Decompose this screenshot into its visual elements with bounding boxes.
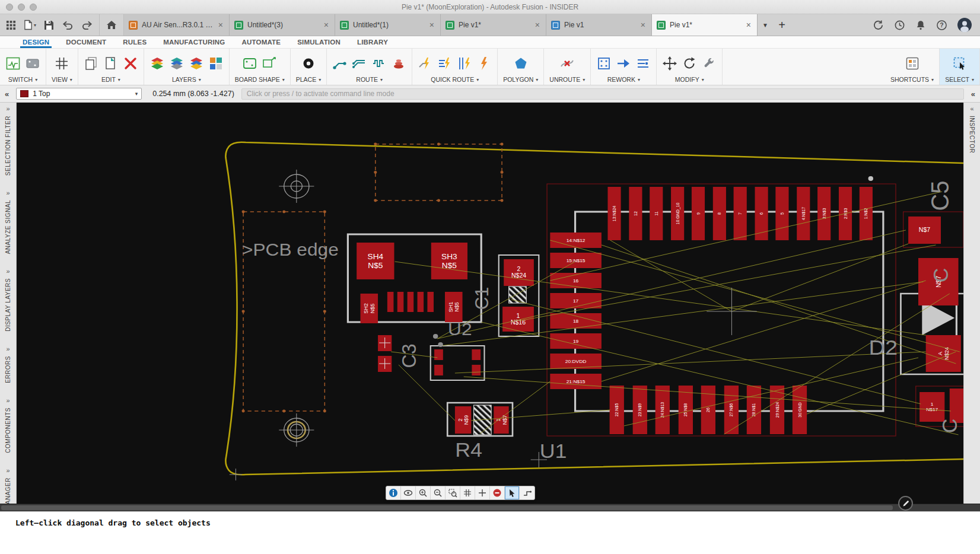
app-grid-icon[interactable] — [6, 20, 16, 30]
help-icon[interactable]: ? — [936, 20, 947, 31]
toolbar-group-view-label[interactable]: VIEW▾ — [52, 76, 72, 84]
tab-close-icon[interactable]: × — [217, 21, 224, 29]
grid-view-icon[interactable] — [54, 56, 69, 71]
move-icon[interactable] — [662, 56, 677, 71]
save-button[interactable] — [44, 20, 54, 30]
horizontal-scrollbar[interactable] — [0, 504, 980, 511]
paste-icon[interactable] — [103, 56, 119, 71]
rework-pad-icon[interactable] — [596, 56, 612, 71]
ribbon-tab-simulation[interactable]: SIMULATION — [289, 36, 349, 48]
layer-stack-icon[interactable] — [149, 56, 165, 71]
quick-route-net-icon[interactable] — [437, 56, 453, 71]
job-status-clock-icon[interactable] — [894, 20, 905, 31]
toolbar-group-layers-label[interactable]: LAYERS▾ — [172, 76, 201, 84]
panel-tab-errors[interactable]: » ERRORS — [5, 346, 11, 383]
tab-close-icon[interactable]: × — [745, 21, 752, 29]
layer-stack-colors-icon[interactable] — [189, 56, 204, 71]
new-tab-button[interactable]: + — [773, 14, 791, 36]
tab-close-icon[interactable]: × — [428, 21, 435, 29]
document-tab[interactable]: AU Air Sen...R3.0.1 v1* × — [124, 14, 230, 36]
window-minimize-button[interactable] — [18, 4, 25, 11]
pad-icon[interactable] — [301, 56, 316, 71]
home-icon[interactable] — [106, 20, 117, 30]
toolbar-group-board-shape-label[interactable]: BOARD SHAPE▾ — [235, 76, 285, 84]
schematic-view-icon[interactable] — [5, 56, 21, 71]
toolbar-group-modify-label[interactable]: MODIFY▾ — [675, 76, 704, 84]
route-manual-icon[interactable] — [332, 56, 348, 71]
tab-list-chevron-icon[interactable]: ▼ — [758, 14, 773, 36]
tab-close-icon[interactable]: × — [323, 21, 330, 29]
tab-close-icon[interactable]: × — [639, 21, 647, 29]
ribbon-tab-design[interactable]: DESIGN — [14, 36, 58, 48]
quick-route-group-icon[interactable] — [457, 56, 472, 71]
sync-icon[interactable] — [873, 20, 884, 31]
quick-route-icon[interactable] — [418, 56, 433, 71]
document-tab[interactable]: Pie v1* × — [441, 14, 546, 36]
pcb-editor-canvas[interactable]: SH4N$5SH3N$5SH2N$5SH1N$52N$241N$162N$91N… — [17, 103, 963, 504]
toolbar-group-shortcuts-label[interactable]: SHORTCUTS▾ — [890, 76, 934, 84]
ribbon-tab-rules[interactable]: RULES — [114, 36, 155, 48]
quick-route-all-icon[interactable] — [476, 56, 492, 71]
rework-trace-icon[interactable] — [635, 56, 651, 71]
document-tab-active[interactable]: Pie v1* × — [652, 14, 758, 36]
user-avatar[interactable] — [957, 18, 972, 32]
window-zoom-button[interactable] — [30, 4, 37, 11]
zoom-in-icon[interactable] — [416, 486, 431, 499]
document-tab[interactable]: Untitled*(3) × — [230, 14, 335, 36]
shortcuts-icon[interactable] — [905, 56, 920, 71]
file-menu-button[interactable]: ▾ — [24, 20, 36, 30]
bend-style-icon[interactable] — [520, 486, 534, 499]
rotate-icon[interactable] — [682, 56, 697, 71]
info-icon[interactable] — [386, 486, 401, 499]
polygon-icon[interactable] — [513, 56, 529, 71]
copy-icon[interactable] — [84, 56, 99, 71]
toolbar-group-edit-label[interactable]: EDIT▾ — [101, 76, 120, 84]
document-tab[interactable]: Pie v1 × — [546, 14, 652, 36]
board-3d-icon[interactable] — [25, 56, 40, 71]
route-diff-pair-icon[interactable] — [352, 56, 367, 71]
ribbon-tab-document[interactable]: DOCUMENT — [58, 36, 114, 48]
panel-tab-analyze-signal[interactable]: » ANALYZE SIGNAL — [5, 190, 11, 254]
panel-tab-selection-filter[interactable]: » SELECTION FILTER — [5, 106, 11, 176]
origin-icon[interactable] — [475, 486, 490, 499]
grid-icon[interactable] — [460, 486, 475, 499]
toolbar-group-rework-label[interactable]: REWORK▾ — [607, 76, 640, 84]
board-resize-icon[interactable] — [262, 56, 277, 71]
unroute-icon[interactable] — [559, 56, 575, 71]
ribbon-tab-library[interactable]: LIBRARY — [349, 36, 396, 48]
panel-tab-display-layers[interactable]: » DISPLAY LAYERS — [5, 268, 11, 332]
layer-setup-icon[interactable] — [208, 56, 224, 71]
toolbar-group-unroute-label[interactable]: UNROUTE▾ — [549, 76, 585, 84]
select-cursor-icon[interactable] — [505, 486, 520, 499]
panel-tab-components[interactable]: » COMPONENTS — [5, 397, 11, 453]
scrollbar-thumb[interactable] — [1, 505, 893, 510]
command-input[interactable] — [241, 88, 964, 100]
delete-icon[interactable] — [123, 56, 138, 71]
rework-direction-icon[interactable] — [616, 56, 631, 71]
toolbar-group-select-label[interactable]: SELECT▾ — [945, 76, 974, 84]
redo-button[interactable] — [81, 20, 93, 30]
collapse-left-icon[interactable]: « — [5, 90, 9, 98]
toolbar-group-quick-route-label[interactable]: QUICK ROUTE▾ — [431, 76, 479, 84]
layer-select[interactable]: 1 Top ▾ — [16, 88, 142, 100]
notifications-bell-icon[interactable] — [915, 20, 926, 31]
window-close-button[interactable] — [6, 4, 13, 11]
toolbar-group-place-label[interactable]: PLACE▾ — [296, 76, 321, 84]
wrench-icon[interactable] — [701, 56, 717, 71]
panel-tab-inspector[interactable]: « INSPECTOR — [969, 106, 975, 154]
tab-close-icon[interactable]: × — [534, 21, 541, 29]
panel-tab-design-manager[interactable]: » DESIGN MANAGER — [5, 467, 11, 504]
ribbon-tab-automate[interactable]: AUTOMATE — [234, 36, 289, 48]
visibility-icon[interactable] — [401, 486, 416, 499]
select-icon[interactable] — [952, 56, 968, 71]
board-outline-icon[interactable] — [242, 56, 257, 71]
toolbar-group-switch-label[interactable]: SWITCH▾ — [8, 76, 37, 84]
route-meander-icon[interactable] — [371, 56, 387, 71]
toolbar-group-polygon-label[interactable]: POLYGON▾ — [503, 76, 538, 84]
pcb-canvas[interactable]: SH4N$5SH3N$5SH2N$5SH1N$52N$241N$162N$91N… — [17, 103, 963, 504]
zoom-window-icon[interactable] — [446, 486, 460, 499]
via-stitch-icon[interactable] — [391, 56, 406, 71]
collapse-right-icon[interactable]: « — [971, 90, 975, 98]
ribbon-tab-manufacturing[interactable]: MANUFACTURING — [155, 36, 233, 48]
undo-button[interactable] — [62, 20, 74, 30]
